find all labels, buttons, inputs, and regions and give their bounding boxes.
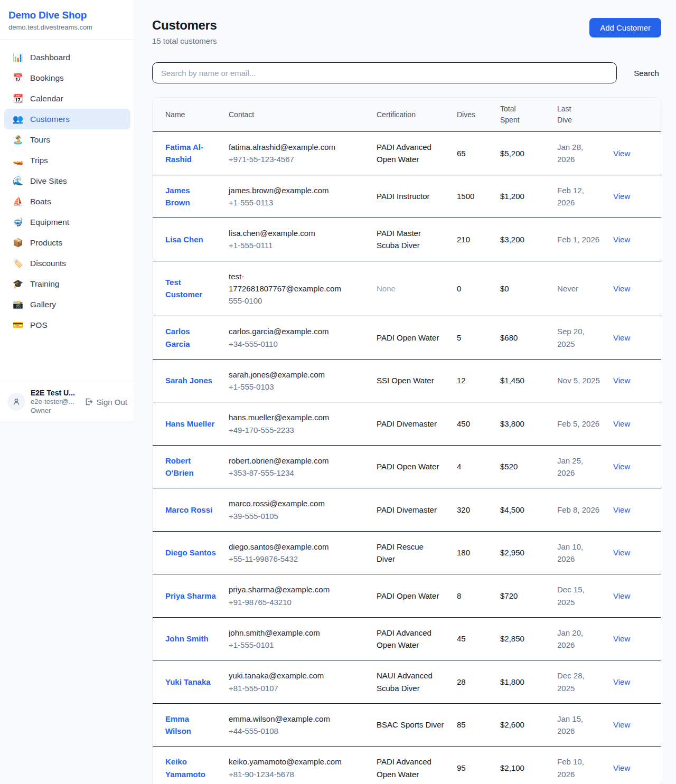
column-header-last-dive: Last Dive: [551, 98, 607, 132]
customer-name-link[interactable]: Emma Wilson: [165, 713, 216, 738]
sidebar-item-label: Products: [30, 238, 62, 248]
table-row: Test Customer test-1772681807767@example…: [153, 261, 661, 316]
customer-last-dive: Sep 20, 2025: [557, 325, 600, 350]
calendar-icon: 📆: [13, 93, 23, 103]
column-header-dives: Dives: [450, 98, 494, 132]
customer-email: yuki.tanaka@example.com: [229, 669, 342, 682]
table-row: Emma Wilson emma.wilson@example.com +44-…: [153, 703, 661, 747]
customer-certification: PADI Master Scuba Diver: [377, 227, 444, 252]
customer-last-dive: Jan 20, 2026: [557, 627, 600, 651]
sidebar-item-label: Customers: [30, 115, 70, 124]
add-customer-button[interactable]: Add Customer: [589, 18, 661, 37]
sign-out-button[interactable]: Sign Out: [84, 398, 127, 407]
view-link[interactable]: View: [613, 763, 630, 772]
view-link[interactable]: View: [613, 505, 630, 514]
view-link[interactable]: View: [613, 149, 630, 158]
customer-total-spent: $520: [494, 445, 551, 488]
customer-name-link[interactable]: James Brown: [165, 184, 216, 209]
customer-total-spent: $1,200: [494, 175, 551, 218]
sidebar-item-discounts[interactable]: 🏷️ Discounts: [4, 253, 130, 273]
column-header-name: Name: [153, 98, 222, 132]
view-link[interactable]: View: [613, 720, 630, 729]
sidebar-item-customers[interactable]: 👥 Customers: [4, 109, 130, 129]
sidebar-item-boats[interactable]: ⛵ Boats: [4, 191, 130, 212]
customer-total-spent: $2,850: [494, 617, 551, 660]
view-link[interactable]: View: [613, 284, 630, 293]
customer-name-link[interactable]: Hans Mueller: [165, 418, 214, 430]
sidebar-item-bookings[interactable]: 📅 Bookings: [4, 68, 130, 88]
customer-email: sarah.jones@example.com: [229, 369, 342, 381]
customer-name-link[interactable]: Diego Santos: [165, 546, 216, 559]
table-row: Fatima Al-Rashid fatima.alrashid@example…: [153, 132, 661, 175]
sidebar-item-trips[interactable]: 🚤 Trips: [4, 150, 130, 171]
sidebar-item-products[interactable]: 📦 Products: [4, 232, 130, 253]
view-link[interactable]: View: [613, 677, 630, 686]
sidebar-item-label: Training: [30, 279, 59, 289]
shop-domain: demo.test.divestreams.com: [8, 23, 126, 31]
sidebar-item-dive-sites[interactable]: 🌊 Dive Sites: [4, 171, 130, 191]
tours-icon: 🏝️: [13, 135, 23, 145]
customer-name-link[interactable]: Marco Rossi: [165, 504, 212, 516]
table-row: Marco Rossi marco.rossi@example.com +39-…: [153, 488, 661, 532]
table-row: Hans Mueller hans.mueller@example.com +4…: [153, 402, 661, 446]
view-link[interactable]: View: [613, 462, 630, 471]
view-link[interactable]: View: [613, 634, 630, 643]
customer-email: fatima.alrashid@example.com: [229, 141, 342, 153]
customer-dives: 320: [450, 488, 494, 532]
customer-name-link[interactable]: Test Customer: [165, 276, 216, 301]
customer-email: hans.mueller@example.com: [229, 411, 342, 423]
customer-name-link[interactable]: Carlos Garcia: [165, 325, 216, 350]
view-link[interactable]: View: [613, 548, 630, 557]
sidebar: Demo Dive Shop demo.test.divestreams.com…: [0, 0, 135, 422]
sidebar-nav: 📊 Dashboard 📅 Bookings 📆 Calendar 👥 Cust…: [0, 40, 135, 382]
customer-dives: 4: [450, 445, 494, 488]
customer-name-link[interactable]: Yuki Tanaka: [165, 676, 211, 688]
sidebar-item-label: Bookings: [30, 73, 64, 83]
customer-name-link[interactable]: Keiko Yamamoto: [165, 755, 216, 780]
view-link[interactable]: View: [613, 376, 630, 385]
sidebar-item-dashboard[interactable]: 📊 Dashboard: [4, 47, 130, 68]
view-link[interactable]: View: [613, 419, 630, 428]
customer-name-link[interactable]: Lisa Chen: [165, 233, 203, 245]
customers-icon: 👥: [13, 114, 23, 124]
customer-total-spent: $1,800: [494, 660, 551, 704]
sidebar-item-gallery[interactable]: 📸 Gallery: [4, 294, 130, 315]
avatar: [7, 393, 25, 411]
sign-out-icon: [84, 398, 93, 406]
customer-name-link[interactable]: John Smith: [165, 632, 209, 645]
customer-name-link[interactable]: Sarah Jones: [165, 374, 212, 386]
sidebar-item-training[interactable]: 🎓 Training: [4, 273, 130, 294]
customer-total-spent: $4,500: [494, 488, 551, 532]
column-header-actions: [607, 98, 661, 132]
sidebar-item-equipment[interactable]: 🤿 Equipment: [4, 212, 130, 232]
customer-phone: +971-55-123-4567: [229, 153, 364, 165]
sidebar-item-tours[interactable]: 🏝️ Tours: [4, 129, 130, 150]
table-row: Lisa Chen lisa.chen@example.com +1-555-0…: [153, 218, 661, 261]
boats-icon: ⛵: [13, 196, 23, 206]
search-input[interactable]: [152, 62, 617, 83]
user-role: Owner: [31, 406, 79, 415]
customer-last-dive: Jan 28, 2026: [557, 141, 600, 166]
sidebar-item-label: Trips: [30, 156, 48, 165]
view-link[interactable]: View: [613, 192, 630, 201]
search-button[interactable]: Search: [632, 69, 661, 78]
dashboard-icon: 📊: [13, 52, 23, 62]
customer-last-dive: Feb 10, 2026: [557, 755, 600, 780]
customer-dives: 0: [450, 261, 494, 316]
sidebar-item-pos[interactable]: 💳 POS: [4, 315, 130, 335]
view-link[interactable]: View: [613, 333, 630, 342]
page-header: Customers 15 total customers Add Custome…: [152, 18, 661, 45]
sidebar-item-calendar[interactable]: 📆 Calendar: [4, 88, 130, 109]
customer-name-link[interactable]: Priya Sharma: [165, 590, 216, 602]
customer-email: emma.wilson@example.com: [229, 713, 342, 725]
customer-certification: None: [377, 282, 396, 295]
view-link[interactable]: View: [613, 591, 630, 600]
view-link[interactable]: View: [613, 235, 630, 244]
table-row: Sarah Jones sarah.jones@example.com +1-5…: [153, 359, 661, 402]
table-row: John Smith john.smith@example.com +1-555…: [153, 617, 661, 660]
customer-certification: PADI Open Water: [377, 460, 439, 473]
customer-certification: PADI Divemaster: [377, 418, 437, 430]
customer-name-link[interactable]: Fatima Al-Rashid: [165, 141, 216, 166]
customer-name-link[interactable]: Robert O'Brien: [165, 455, 216, 479]
pos-icon: 💳: [13, 320, 23, 330]
